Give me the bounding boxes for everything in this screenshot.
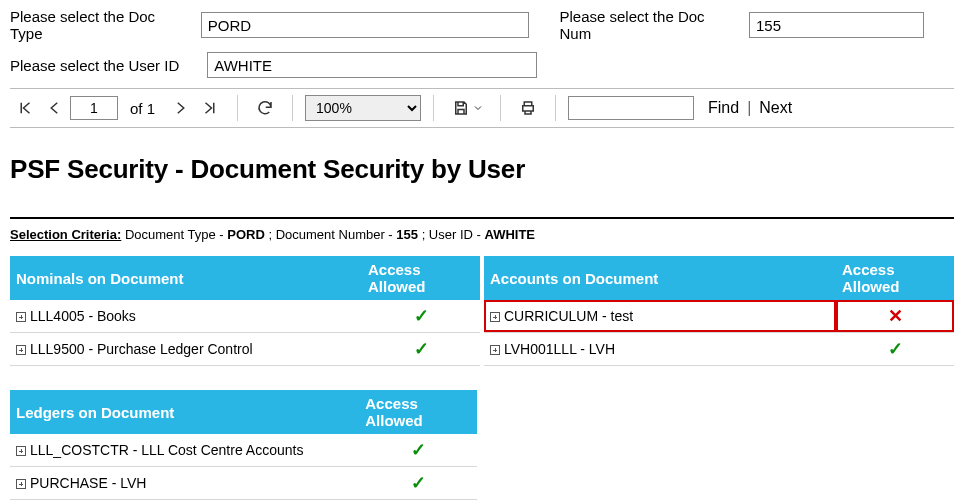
save-dropdown-icon[interactable] xyxy=(472,97,484,119)
row-access-cell: ✕ xyxy=(836,300,954,333)
table-row[interactable]: LVH001LLL - LVH✓ xyxy=(484,333,954,366)
param-row-1: Please select the Doc Type Please select… xyxy=(10,8,954,42)
nominals-hdr-access: Access Allowed xyxy=(362,256,480,300)
nominals-body: LLL4005 - Books✓LLL9500 - Purchase Ledge… xyxy=(10,300,480,366)
row-access-cell: ✓ xyxy=(359,434,477,467)
nominals-table: Nominals on Document Access Allowed LLL4… xyxy=(10,256,480,366)
param-row-2: Please select the User ID xyxy=(10,52,954,78)
nominals-hdr-name: Nominals on Document xyxy=(10,256,362,300)
save-button[interactable] xyxy=(450,97,472,119)
table-row[interactable]: LLL4005 - Books✓ xyxy=(10,300,480,333)
row-access-cell: ✓ xyxy=(836,333,954,366)
row-label-cell: CURRICULUM - test xyxy=(484,300,836,333)
expand-icon[interactable] xyxy=(490,345,500,355)
row-label-cell: PURCHASE - LVH xyxy=(10,467,359,500)
report-title: PSF Security - Document Security by User xyxy=(10,154,954,185)
title-divider xyxy=(10,217,954,219)
first-page-button[interactable] xyxy=(14,97,36,119)
doc-type-input[interactable] xyxy=(201,12,530,38)
row-access-cell: ✓ xyxy=(362,300,480,333)
ledgers-body: LLL_COSTCTR - LLL Cost Centre Accounts✓P… xyxy=(10,434,477,500)
page-number-input[interactable] xyxy=(70,96,118,120)
tick-icon: ✓ xyxy=(411,473,426,493)
row-label-cell: LLL9500 - Purchase Ledger Control xyxy=(10,333,362,366)
tick-icon: ✓ xyxy=(411,440,426,460)
accounts-body: CURRICULUM - test✕LVH001LLL - LVH✓ xyxy=(484,300,954,366)
accounts-hdr-name: Accounts on Document xyxy=(484,256,836,300)
next-page-button[interactable] xyxy=(169,97,191,119)
tick-icon: ✓ xyxy=(414,306,429,326)
expand-icon[interactable] xyxy=(16,345,26,355)
find-input[interactable] xyxy=(568,96,694,120)
zoom-select[interactable]: 100% xyxy=(305,95,421,121)
expand-icon[interactable] xyxy=(16,312,26,322)
row-label-cell: LVH001LLL - LVH xyxy=(484,333,836,366)
expand-icon[interactable] xyxy=(16,446,26,456)
report-toolbar: of 1 100% Find | Next xyxy=(10,88,954,128)
user-id-label: Please select the User ID xyxy=(10,57,179,74)
print-button[interactable] xyxy=(517,97,539,119)
refresh-button[interactable] xyxy=(254,97,276,119)
page-of-label: of 1 xyxy=(130,100,155,117)
accounts-table: Accounts on Document Access Allowed CURR… xyxy=(484,256,954,366)
table-row[interactable]: LLL9500 - Purchase Ledger Control✓ xyxy=(10,333,480,366)
doc-num-input[interactable] xyxy=(749,12,924,38)
doc-type-label: Please select the Doc Type xyxy=(10,8,191,42)
table-row[interactable]: LLL_COSTCTR - LLL Cost Centre Accounts✓ xyxy=(10,434,477,467)
find-button[interactable]: Find xyxy=(708,99,739,117)
tick-icon: ✓ xyxy=(414,339,429,359)
table-row[interactable]: PURCHASE - LVH✓ xyxy=(10,467,477,500)
row-access-cell: ✓ xyxy=(359,467,477,500)
row-label-cell: LLL_COSTCTR - LLL Cost Centre Accounts xyxy=(10,434,359,467)
last-page-button[interactable] xyxy=(199,97,221,119)
table-row[interactable]: CURRICULUM - test✕ xyxy=(484,300,954,333)
expand-icon[interactable] xyxy=(16,479,26,489)
row-label-cell: LLL4005 - Books xyxy=(10,300,362,333)
ledgers-table: Ledgers on Document Access Allowed LLL_C… xyxy=(10,390,477,500)
tick-icon: ✓ xyxy=(888,339,903,359)
cross-icon: ✕ xyxy=(888,306,903,326)
row-access-cell: ✓ xyxy=(362,333,480,366)
ledgers-hdr-access: Access Allowed xyxy=(359,390,477,434)
selection-criteria: Selection Criteria: Document Type - PORD… xyxy=(10,227,954,242)
next-button[interactable]: Next xyxy=(759,99,792,117)
expand-icon[interactable] xyxy=(490,312,500,322)
accounts-hdr-access: Access Allowed xyxy=(836,256,954,300)
doc-num-label: Please select the Doc Num xyxy=(559,8,739,42)
user-id-input[interactable] xyxy=(207,52,537,78)
find-next-divider: | xyxy=(747,99,751,117)
prev-page-button[interactable] xyxy=(44,97,66,119)
ledgers-hdr-name: Ledgers on Document xyxy=(10,390,359,434)
